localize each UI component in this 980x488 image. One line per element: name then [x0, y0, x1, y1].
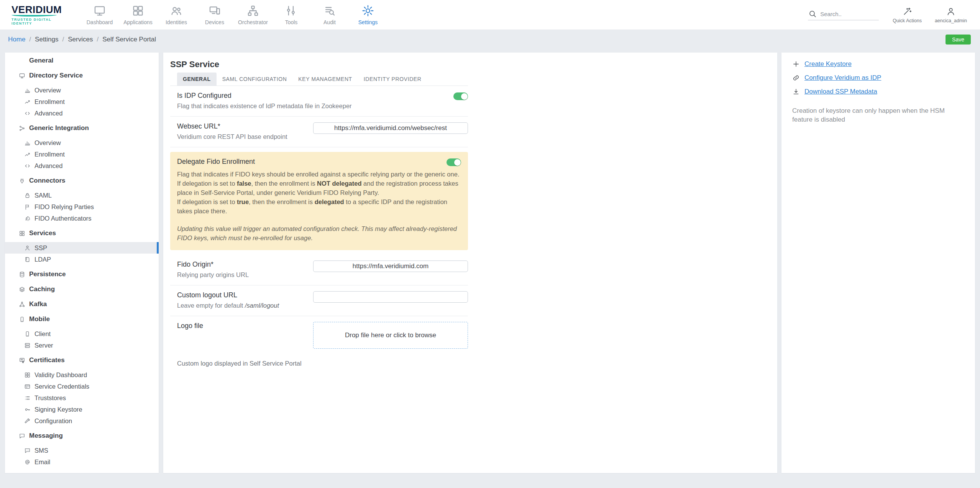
sidebar-item-signing-keystore[interactable]: Signing Keystore — [5, 404, 159, 415]
sidebar-section-caching[interactable]: Caching — [5, 284, 159, 295]
action-label: Configure Veridium as IDP — [804, 74, 881, 82]
sidebar-section-certificates[interactable]: Certificates — [5, 354, 159, 366]
sidebar-item-advanced[interactable]: Advanced — [5, 160, 159, 171]
sidebar-section-directory-service[interactable]: Directory Service — [5, 70, 159, 81]
sidebar-item-fido-authenticators[interactable]: FIDO Authenticators — [5, 213, 159, 224]
create-keystore-action[interactable]: Create Keystore — [792, 60, 964, 68]
sidebar-section-connectors[interactable]: Connectors — [5, 175, 159, 186]
search-input[interactable] — [820, 11, 870, 17]
sidebar-item-saml[interactable]: SAML — [5, 190, 159, 201]
nav-item-settings[interactable]: Settings — [349, 0, 387, 30]
download-ssp-metadata-action[interactable]: Download SSP Metadata — [792, 88, 964, 96]
nav-item-applications[interactable]: Applications — [119, 0, 157, 30]
sidebar-label: FIDO Authenticators — [34, 215, 92, 222]
custom-logout-input[interactable] — [313, 291, 468, 303]
websec-url-input[interactable] — [313, 122, 468, 134]
logo-file-caption: Custom logo displayed in Self Service Po… — [170, 360, 468, 367]
sidebar-section-messaging[interactable]: Messaging — [5, 430, 159, 442]
sidebar-section-generic-integration[interactable]: Generic Integration — [5, 122, 159, 134]
is-idp-configured-toggle[interactable] — [453, 92, 468, 100]
fido-origin-input[interactable] — [313, 260, 468, 272]
sidebar-label: Services — [29, 229, 56, 237]
sidebar-item-ldap[interactable]: LDAP — [5, 254, 159, 265]
save-button[interactable]: Save — [946, 35, 971, 45]
logo-file-label: Logo file — [177, 322, 203, 330]
nav-item-orchestrator[interactable]: Orchestrator — [234, 0, 272, 30]
sidebar-label: Connectors — [29, 177, 65, 185]
quick-actions-label: Quick Actions — [893, 18, 922, 23]
network-icon — [19, 301, 25, 308]
sidebar-item-ssp[interactable]: SSP — [5, 242, 159, 254]
breadcrumb-separator: / — [29, 36, 31, 43]
websec-url-label: Websec URL* — [177, 122, 287, 130]
nav-item-tools[interactable]: Tools — [272, 0, 310, 30]
breadcrumb: Home/Settings/Services/Self Service Port… — [8, 36, 156, 43]
is-idp-configured-label: Is IDP Configured — [177, 92, 352, 100]
quick-actions-button[interactable]: Quick Actions — [893, 7, 922, 23]
sidebar-label: General — [29, 57, 53, 64]
sidebar-item-service-credentials[interactable]: Service Credentials — [5, 381, 159, 392]
lock-icon — [24, 192, 31, 199]
sidebar-item-email[interactable]: Email — [5, 456, 159, 468]
sidebar-label: Configuration — [34, 417, 72, 425]
code-icon — [24, 110, 31, 117]
sidebar-label: SMS — [34, 447, 48, 454]
keystore-actions-panel: Create KeystoreConfigure Veridium as IDP… — [781, 53, 975, 473]
sidebar-section-persistence[interactable]: Persistence — [5, 269, 159, 280]
nav-item-audit[interactable]: Audit — [310, 0, 349, 30]
nav-item-dashboard[interactable]: Dashboard — [80, 0, 119, 30]
sidebar-item-sms[interactable]: SMS — [5, 445, 159, 456]
delegate-fido-description: Flag that indicates if FIDO keys should … — [177, 170, 461, 216]
delegate-fido-toggle[interactable] — [446, 158, 461, 166]
sidebar-section-general[interactable]: General — [5, 55, 159, 66]
hsm-keystore-note: Creation of keystore can only happen whe… — [792, 106, 964, 124]
user-name-label: aencica_admin — [935, 18, 967, 23]
tab-bar: GENERALSAML CONFIGURATIONKEY MANAGEMENTI… — [177, 73, 468, 86]
sidebar-item-overview[interactable]: Overview — [5, 84, 159, 96]
top-navbar: VERIDIUM TRUSTED DIGITAL IDENTITY Dashbo… — [0, 0, 980, 30]
custom-logout-desc: Leave empty for default /saml/logout — [177, 302, 279, 309]
key-icon — [24, 406, 31, 413]
sidebar-label: Overview — [34, 87, 61, 94]
breadcrumb-link-home[interactable]: Home — [8, 36, 25, 43]
user-menu[interactable]: aencica_admin — [935, 7, 967, 23]
sidebar-section-kafka[interactable]: Kafka — [5, 298, 159, 310]
sidebar-item-truststores[interactable]: Truststores — [5, 392, 159, 404]
sidebar-item-overview[interactable]: Overview — [5, 137, 159, 148]
sidebar-label: Validity Dashboard — [34, 371, 87, 379]
nav-item-label: Applications — [123, 19, 153, 25]
nav-item-label: Dashboard — [87, 19, 113, 25]
sidebar-item-validity-dashboard[interactable]: Validity Dashboard — [5, 369, 159, 381]
tab-saml-configuration[interactable]: SAML CONFIGURATION — [217, 73, 293, 86]
breadcrumb-link-services[interactable]: Services — [68, 36, 93, 43]
tab-key-management[interactable]: KEY MANAGEMENT — [292, 73, 358, 86]
sidebar-item-client[interactable]: Client — [5, 328, 159, 340]
sidebar-item-fido-relying-parties[interactable]: FIDO Relying Parties — [5, 201, 159, 213]
custom-logout-label: Custom logout URL — [177, 291, 279, 299]
sidebar-label: SSP — [34, 244, 47, 252]
sidebar-item-advanced[interactable]: Advanced — [5, 107, 159, 119]
nav-item-devices[interactable]: Devices — [195, 0, 234, 30]
book-icon — [24, 256, 31, 263]
veridium-logo[interactable]: VERIDIUM TRUSTED DIGITAL IDENTITY — [11, 5, 69, 25]
configure-veridium-as-idp-action[interactable]: Configure Veridium as IDP — [792, 74, 964, 82]
panel-actions: Create KeystoreConfigure Veridium as IDP… — [792, 60, 964, 96]
nav-item-identities[interactable]: Identities — [157, 0, 195, 30]
tab-identity-provider[interactable]: IDENTITY PROVIDER — [358, 73, 427, 86]
list-icon — [24, 395, 31, 401]
sidebar-item-configuration[interactable]: Configuration — [5, 415, 159, 427]
delegate-fido-enrollment-box: Delegate Fido Enrollment Flag that indic… — [170, 152, 468, 250]
sidebar-section-mobile[interactable]: Mobile — [5, 313, 159, 325]
field-fido-origin: Fido Origin* Relying party origins URL — [170, 255, 468, 285]
field-websec-url: Websec URL* Veridium core REST API base … — [170, 117, 468, 147]
breadcrumb-link-settings[interactable]: Settings — [35, 36, 58, 43]
sidebar-item-enrollment[interactable]: Enrollment — [5, 96, 159, 107]
tab-general[interactable]: GENERAL — [177, 73, 217, 86]
plus-icon — [792, 60, 800, 68]
sidebar-item-server[interactable]: Server — [5, 340, 159, 351]
sidebar-item-enrollment[interactable]: Enrollment — [5, 148, 159, 160]
nav-item-label: Identities — [166, 19, 187, 25]
logo-dropzone[interactable]: Drop file here or click to browse — [313, 322, 468, 349]
sidebar-section-services[interactable]: Services — [5, 228, 159, 239]
link-icon — [792, 74, 800, 82]
